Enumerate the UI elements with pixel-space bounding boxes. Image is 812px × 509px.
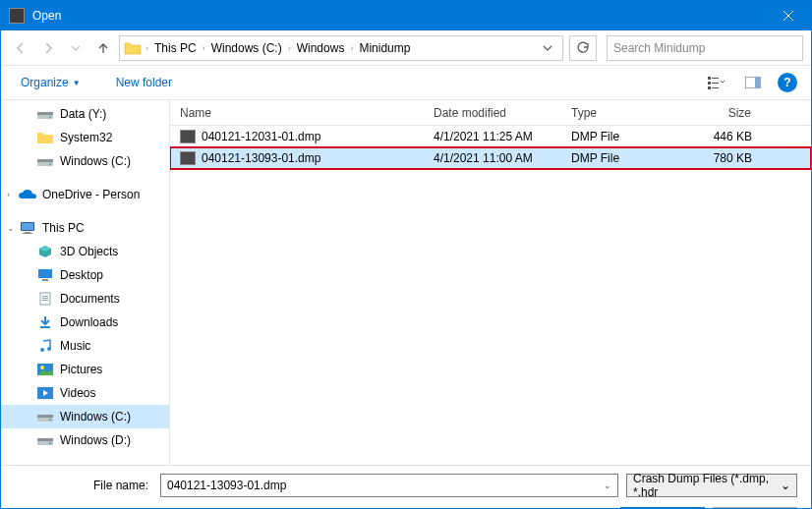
breadcrumb-sep: › <box>201 43 207 53</box>
breadcrumb-dropdown[interactable] <box>537 45 558 51</box>
docs-icon <box>36 291 54 307</box>
svg-point-28 <box>40 366 44 369</box>
svg-rect-4 <box>708 86 711 89</box>
svg-rect-18 <box>38 269 52 278</box>
sidebar-item-label: OneDrive - Person <box>42 188 140 201</box>
nav-forward-button[interactable] <box>36 36 60 60</box>
sidebar-item[interactable]: Desktop <box>1 263 169 287</box>
new-folder-button[interactable]: New folder <box>110 72 178 93</box>
titlebar: Open <box>1 1 811 30</box>
sidebar[interactable]: Data (Y:)System32Windows (C:)›OneDrive -… <box>1 100 170 465</box>
sidebar-item[interactable]: Pictures <box>1 358 169 381</box>
chevron-down-icon <box>543 45 552 51</box>
dmp-file-icon <box>180 151 196 165</box>
column-date[interactable]: Date modified <box>424 100 561 125</box>
svg-point-32 <box>49 419 51 421</box>
sidebar-item-label: Windows (D:) <box>60 433 131 447</box>
drive-icon <box>36 153 54 169</box>
sidebar-item-label: Music <box>60 339 90 353</box>
refresh-button[interactable] <box>569 35 597 61</box>
dmp-file-icon <box>180 130 196 143</box>
downloads-icon <box>36 314 54 330</box>
file-row[interactable]: 040121-12031-01.dmp 4/1/2021 11:25 AM DM… <box>170 126 811 147</box>
svg-rect-15 <box>22 223 33 230</box>
view-options-button[interactable] <box>699 71 732 94</box>
tree-expander-icon[interactable]: › <box>7 190 19 199</box>
refresh-icon <box>576 41 590 55</box>
sidebar-item[interactable]: Windows (C:) <box>1 405 169 428</box>
caret-down-icon: ▼ <box>73 79 81 87</box>
pictures-icon <box>36 362 54 377</box>
breadcrumb-item[interactable]: Windows <box>293 36 349 60</box>
svg-point-25 <box>40 348 44 352</box>
videos-icon <box>36 385 54 401</box>
breadcrumb-item[interactable]: Minidump <box>355 36 414 60</box>
nav-recent-button[interactable] <box>64 36 87 60</box>
preview-pane-button[interactable] <box>736 71 770 94</box>
close-button[interactable] <box>766 1 811 30</box>
file-type-filter[interactable]: Crash Dump Files (*.dmp, *.hdr ⌄ <box>626 474 797 497</box>
search-input[interactable]: Search Minidump <box>607 35 803 61</box>
sidebar-item[interactable]: ⌄This PC <box>1 216 169 240</box>
svg-rect-23 <box>42 300 48 301</box>
arrow-right-icon <box>41 41 55 55</box>
filename-input[interactable]: 040121-13093-01.dmp ⌄ <box>160 474 618 497</box>
footer: File name: 040121-13093-01.dmp ⌄ Crash D… <box>1 465 811 509</box>
svg-rect-19 <box>42 279 48 281</box>
file-size: 780 KB <box>683 151 762 165</box>
sidebar-item[interactable]: Windows (D:) <box>1 428 169 452</box>
svg-point-35 <box>49 442 51 444</box>
file-date: 4/1/2021 11:25 AM <box>424 130 561 143</box>
chevron-down-icon: ⌄ <box>781 479 790 492</box>
chevron-down-icon <box>71 45 81 51</box>
sidebar-item[interactable]: Music <box>1 334 169 358</box>
sidebar-item-label: Desktop <box>60 268 103 282</box>
svg-rect-1 <box>712 78 719 79</box>
organize-button[interactable]: Organize ▼ <box>15 72 87 93</box>
file-list[interactable]: Name Date modified Type Size 040121-1203… <box>170 100 811 465</box>
filename-dropdown[interactable]: ⌄ <box>604 481 611 490</box>
column-type[interactable]: Type <box>561 100 683 125</box>
breadcrumb-sep: › <box>348 43 355 53</box>
app-icon <box>9 8 25 24</box>
sidebar-item[interactable]: Data (Y:) <box>1 102 169 126</box>
help-button[interactable]: ? <box>778 73 797 92</box>
sidebar-item[interactable]: System32 <box>1 126 169 149</box>
file-name: 040121-12031-01.dmp <box>202 130 320 143</box>
breadcrumb-item[interactable]: Windows (C:) <box>207 36 286 60</box>
sidebar-item[interactable]: Documents <box>1 287 169 311</box>
svg-rect-22 <box>42 298 48 299</box>
tree-expander-icon[interactable]: ⌄ <box>7 223 19 233</box>
sidebar-item-label: Data (Y:) <box>60 107 106 121</box>
drive-icon <box>36 106 54 122</box>
sidebar-item-label: 3D Objects <box>60 245 118 258</box>
file-row[interactable]: 040121-13093-01.dmp 4/1/2021 11:00 AM DM… <box>170 147 811 169</box>
breadcrumb[interactable]: › This PC › Windows (C:) › Windows › Min… <box>119 35 563 61</box>
svg-rect-24 <box>40 326 50 328</box>
sidebar-item[interactable]: 3D Objects <box>1 240 169 263</box>
sidebar-item-label: Pictures <box>60 363 102 376</box>
nav-up-button[interactable] <box>91 36 115 60</box>
drive-icon <box>36 432 54 448</box>
toolbar: Organize ▼ New folder ? <box>1 66 811 99</box>
preview-pane-icon <box>745 77 761 88</box>
folder-icon <box>124 41 142 55</box>
column-size[interactable]: Size <box>683 100 762 125</box>
svg-rect-2 <box>708 82 711 85</box>
sidebar-item[interactable]: Videos <box>1 381 169 405</box>
breadcrumb-item[interactable]: This PC <box>150 36 201 60</box>
address-bar: › This PC › Windows (C:) › Windows › Min… <box>1 30 811 66</box>
sidebar-item[interactable]: ›OneDrive - Person <box>1 183 169 206</box>
nav-back-button[interactable] <box>9 36 32 60</box>
breadcrumb-sep: › <box>286 43 293 53</box>
file-name: 040121-13093-01.dmp <box>202 151 320 165</box>
sidebar-item[interactable]: Windows (C:) <box>1 149 169 173</box>
svg-rect-3 <box>712 83 719 84</box>
column-name[interactable]: Name <box>170 100 424 125</box>
filename-label: File name: <box>15 479 152 492</box>
sidebar-item[interactable]: Downloads <box>1 311 169 334</box>
folder-icon <box>36 130 54 145</box>
svg-rect-34 <box>37 438 53 441</box>
window-title: Open <box>32 9 766 23</box>
drive-icon <box>36 409 54 424</box>
